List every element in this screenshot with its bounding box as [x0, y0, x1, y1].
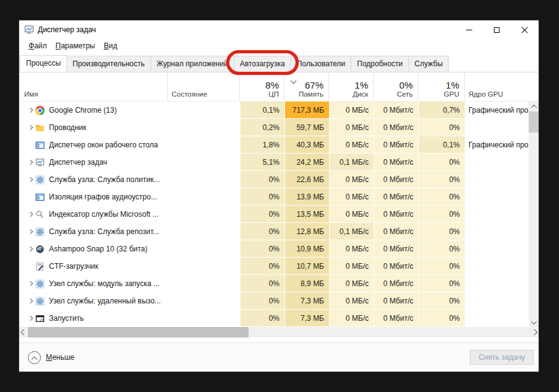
process-name: Проводник	[49, 123, 86, 132]
gpu-engine-cell	[465, 188, 529, 206]
expand-chevron-icon[interactable]	[25, 126, 35, 129]
horizontal-scrollbar-thumb[interactable]	[28, 327, 249, 338]
process-row[interactable]: Проводник0,2%59,7 МБ0 МБ/с0 Мбит/с0%	[19, 119, 529, 136]
expand-chevron-icon[interactable]	[25, 108, 35, 112]
column-label: Диск	[329, 90, 368, 98]
menu-item-options[interactable]: Параметры	[51, 40, 100, 51]
process-row[interactable]: Google Chrome (13)0,1%717,3 МБ0 МБ/с0 Мб…	[19, 102, 529, 119]
expand-chevron-icon[interactable]	[25, 299, 35, 303]
process-row[interactable]: Узел службы: модуль запуска ...0%8,9 МБ0…	[19, 275, 529, 292]
process-name: Диспетчер окон рабочего стола	[49, 141, 158, 149]
column-header-name[interactable]: Имя	[19, 72, 168, 101]
column-header-status[interactable]: Состояние	[168, 72, 240, 101]
chevron-left-icon	[20, 329, 27, 336]
menu-item-file[interactable]: Файл	[24, 40, 51, 51]
process-row[interactable]: Служба узла: Служба политик...0%22,6 МБ0…	[19, 171, 529, 188]
column-header-gpu[interactable]: 1% GPU	[418, 72, 465, 101]
gpu-value-cell: 0,1%	[418, 136, 465, 154]
expand-chevron-icon[interactable]	[25, 178, 35, 181]
process-table-body: Google Chrome (13)0,1%717,3 МБ0 МБ/с0 Мб…	[19, 102, 539, 327]
vertical-scrollbar-thumb[interactable]	[529, 111, 539, 133]
maximize-icon	[494, 27, 500, 33]
title-bar: Диспетчер задач	[19, 20, 539, 39]
disk-value-cell: 0 МБ/с	[329, 206, 374, 223]
fewer-details-label: Меньше	[46, 353, 74, 362]
expand-chevron-icon[interactable]	[25, 247, 35, 251]
column-header-network[interactable]: 0% Сеть	[374, 72, 418, 101]
tab-app-history[interactable]: Журнал приложений	[151, 56, 234, 72]
process-row[interactable]: CTF-загрузчик0%10,7 МБ0 МБ/с0 Мбит/с0%	[19, 258, 529, 275]
mem-value-cell: 8,9 МБ	[284, 275, 329, 292]
disk-value-cell: 0 МБ/с	[329, 188, 374, 206]
process-row[interactable]: Изоляция графов аудиоустро...0%13,9 МБ0 …	[19, 188, 529, 206]
column-label: Ядро GPU	[469, 90, 539, 98]
disk-value-cell: 0,1 МБ/с	[329, 223, 374, 240]
gpu-engine-cell	[465, 310, 529, 327]
tab-startup[interactable]: Автозагрузка	[234, 56, 291, 72]
tab-services[interactable]: Службы	[408, 56, 449, 72]
gpu-total-percent: 1%	[418, 80, 459, 90]
minimize-button[interactable]	[455, 20, 483, 39]
cpu-value-cell: 0%	[240, 275, 284, 292]
gpu-value-cell: 0%	[418, 154, 465, 171]
process-row[interactable]: Узел службы: удаленный вызо...0%7,3 МБ0 …	[19, 292, 529, 310]
tab-processes[interactable]: Процессы	[20, 55, 67, 72]
column-header-cpu[interactable]: 8% ЦП	[240, 72, 284, 101]
chrome-icon	[35, 106, 49, 115]
cpu-value-cell: 0,1%	[240, 102, 284, 119]
expand-chevron-icon[interactable]	[25, 282, 35, 285]
process-name-cell: Диспетчер окон рабочего стола	[19, 136, 168, 154]
expand-chevron-icon[interactable]	[25, 212, 35, 216]
gear-icon	[35, 279, 49, 289]
disk-value-cell: 0 МБ/с	[329, 119, 374, 136]
memory-total-percent: 67%	[284, 80, 324, 90]
menu-item-view[interactable]: Вид	[99, 40, 121, 51]
column-header-disk[interactable]: 1% Диск	[329, 72, 374, 101]
chevron-right-icon	[531, 329, 537, 336]
expand-chevron-icon[interactable]	[25, 230, 35, 233]
process-name-cell: Служба узла: Служба политик...	[19, 171, 168, 188]
footer-bar: Меньше Снять задачу	[19, 342, 539, 372]
gpu-engine-cell	[465, 171, 529, 188]
end-task-button[interactable]: Снять задачу	[470, 350, 534, 365]
process-row[interactable]: Диспетчер окон рабочего стола1,8%40,3 МБ…	[19, 136, 529, 154]
column-header-gpu-engine[interactable]: Ядро GPU	[465, 72, 539, 101]
process-row[interactable]: Диспетчер задач5,1%24,2 МБ0,1 МБ/с0 Мбит…	[19, 154, 529, 171]
tab-details[interactable]: Подробности	[351, 56, 409, 72]
process-name: Индексатор службы Microsoft ...	[49, 210, 159, 219]
task-manager-icon	[24, 25, 34, 35]
process-row[interactable]: Служба узла: Служба репозит...0%12,8 МБ0…	[19, 223, 529, 240]
cpu-value-cell: 0%	[240, 188, 284, 206]
tab-performance[interactable]: Производительность	[66, 56, 151, 72]
net-value-cell: 0 Мбит/с	[374, 258, 418, 275]
table-header: Имя Состояние 8% ЦП 67% Память 1% Диск 0…	[19, 72, 539, 102]
mem-value-cell: 40,3 МБ	[284, 136, 329, 154]
process-name-cell: CTF-загрузчик	[19, 258, 168, 275]
column-header-memory[interactable]: 67% Память	[284, 72, 329, 101]
tab-users[interactable]: Пользователи	[291, 56, 351, 72]
gpu-value-cell: 0%	[418, 258, 465, 275]
scroll-down-button[interactable]	[529, 317, 539, 327]
process-name-cell: Изоляция графов аудиоустро...	[19, 188, 168, 206]
maximize-button[interactable]	[483, 20, 511, 39]
net-value-cell: 0 Мбит/с	[374, 171, 418, 188]
process-row[interactable]: Ashampoo Snap 10 (32 бита)0%10,9 МБ0 МБ/…	[19, 240, 529, 258]
net-value-cell: 0 Мбит/с	[374, 223, 418, 240]
process-row[interactable]: Индексатор службы Microsoft ...0%13,5 МБ…	[19, 206, 529, 223]
scroll-right-button[interactable]	[530, 327, 539, 338]
vertical-scrollbar[interactable]	[529, 102, 539, 327]
scroll-left-button[interactable]	[19, 327, 28, 338]
horizontal-scrollbar[interactable]	[19, 327, 539, 338]
net-value-cell: 0 Мбит/с	[374, 136, 418, 154]
folder-icon	[35, 123, 49, 133]
scroll-up-button[interactable]	[529, 102, 539, 111]
close-button[interactable]	[511, 20, 539, 39]
process-rows: Google Chrome (13)0,1%717,3 МБ0 МБ/с0 Мб…	[19, 102, 529, 327]
expand-chevron-icon[interactable]	[25, 160, 35, 164]
cpu-value-cell: 0%	[240, 206, 284, 223]
process-row[interactable]: Запустить0%7,3 МБ0 МБ/с0 Мбит/с0%	[19, 310, 529, 327]
column-label: Состояние	[172, 90, 239, 98]
window-title: Диспетчер задач	[38, 25, 96, 34]
fewer-details-button[interactable]: Меньше	[28, 351, 74, 364]
expand-chevron-icon[interactable]	[25, 316, 35, 320]
